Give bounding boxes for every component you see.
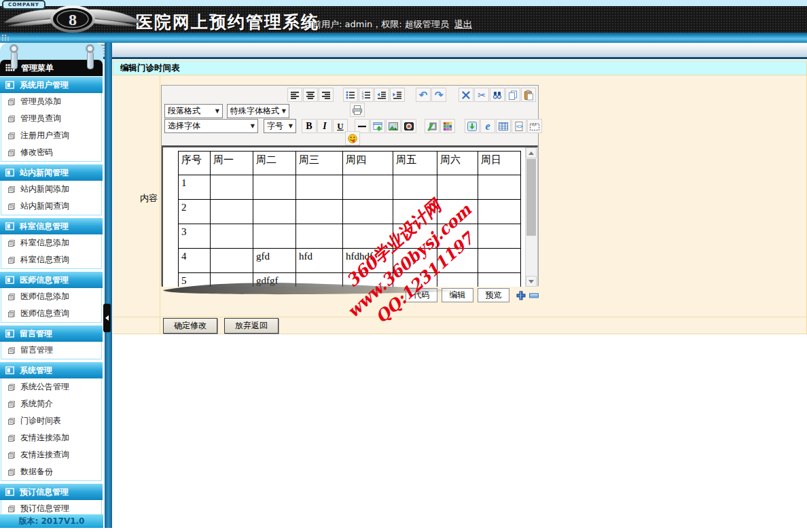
- copy-icon[interactable]: [505, 88, 520, 102]
- insert-image-icon[interactable]: [386, 119, 401, 133]
- sidebar-item[interactable]: 科室信息添加: [1, 234, 101, 251]
- table-cell[interactable]: [343, 200, 393, 224]
- delete-icon[interactable]: [459, 88, 473, 102]
- table-cell[interactable]: [437, 249, 478, 273]
- sidebar-item[interactable]: 修改密码: [1, 144, 101, 161]
- table-cell[interactable]: [393, 224, 437, 249]
- sidebar-section-header[interactable]: 预订信息管理: [0, 484, 103, 500]
- sidebar-section-header[interactable]: 医师信息管理: [0, 272, 103, 288]
- table-cell[interactable]: [253, 224, 296, 249]
- table-cell[interactable]: [211, 224, 253, 249]
- insert-media-icon[interactable]: [401, 119, 416, 133]
- table-cell[interactable]: [296, 224, 343, 249]
- print-icon[interactable]: [350, 103, 365, 117]
- scrollbar-thumb[interactable]: [526, 159, 536, 236]
- table-cell[interactable]: 2: [179, 200, 211, 224]
- editor-scrollbar[interactable]: [525, 147, 537, 287]
- table-cell[interactable]: [211, 175, 253, 200]
- sidebar-item[interactable]: 科室信息查询: [1, 251, 101, 268]
- scroll-down-icon[interactable]: [526, 276, 537, 287]
- download-plugin-icon[interactable]: [465, 119, 480, 133]
- table-cell[interactable]: [478, 224, 521, 249]
- tab-preview[interactable]: 预览: [478, 288, 509, 302]
- sidebar-collapse-handle[interactable]: [103, 304, 111, 332]
- special-style-select[interactable]: 特殊字体格式▼: [227, 104, 289, 118]
- emoticon-icon[interactable]: [345, 131, 360, 145]
- table-cell[interactable]: 5: [179, 273, 211, 287]
- sidebar-section-header[interactable]: 科室信息管理: [0, 218, 103, 234]
- table-cell[interactable]: 4: [179, 249, 211, 273]
- undo-icon[interactable]: ↶: [416, 88, 431, 102]
- sidebar-item[interactable]: 管理员查询: [1, 110, 101, 127]
- ordered-list-icon[interactable]: 123: [359, 88, 374, 102]
- editor-content-area[interactable]: 序号周一周二周三周四周五周六周日1234gfdhfdhfdhdf5gdfgf: [162, 145, 538, 287]
- table-cell[interactable]: [296, 175, 343, 200]
- table-cell[interactable]: hfd: [296, 249, 343, 273]
- bold-icon[interactable]: B: [302, 119, 317, 133]
- plus-icon[interactable]: [516, 291, 526, 300]
- tab-source[interactable]: 代码: [406, 288, 437, 302]
- cancel-return-button[interactable]: 放弃返回: [224, 318, 279, 334]
- table-cell[interactable]: [393, 249, 437, 273]
- table-cell[interactable]: [437, 224, 478, 249]
- sidebar-section-header[interactable]: 留言管理: [0, 325, 103, 342]
- indent-icon[interactable]: [390, 88, 405, 102]
- table-cell[interactable]: [211, 200, 253, 224]
- sidebar-item[interactable]: 站内新闻添加: [1, 181, 101, 198]
- table-cell[interactable]: 1: [179, 175, 211, 200]
- table-cell[interactable]: [393, 200, 437, 224]
- sidebar-item[interactable]: 医师信息添加: [1, 288, 101, 305]
- table-cell[interactable]: [296, 273, 343, 287]
- sidebar-item[interactable]: 站内新闻查询: [1, 198, 101, 215]
- sidebar-splitter[interactable]: [105, 43, 112, 528]
- sidebar-item[interactable]: 友情连接查询: [1, 446, 101, 463]
- table-cell[interactable]: [296, 200, 343, 224]
- sidebar-item[interactable]: 数据备份: [1, 463, 101, 480]
- table-cell[interactable]: [253, 200, 296, 224]
- insert-table-icon[interactable]: [496, 119, 511, 133]
- sidebar-item[interactable]: 留言管理: [1, 342, 101, 359]
- paste-icon[interactable]: [521, 88, 536, 102]
- table-cell[interactable]: [478, 175, 521, 200]
- table-cell[interactable]: gdfgf: [253, 273, 296, 287]
- table-cell[interactable]: [211, 249, 253, 273]
- cut-icon[interactable]: ✂: [474, 88, 489, 102]
- table-cell[interactable]: gfd: [253, 249, 296, 273]
- table-cell[interactable]: [253, 175, 296, 200]
- view-source-icon[interactable]: <>: [512, 119, 526, 133]
- table-cell[interactable]: [478, 249, 521, 273]
- minus-icon[interactable]: [529, 292, 539, 299]
- placeholder-xyz-icon[interactable]: xyz: [527, 119, 542, 133]
- scroll-up-icon[interactable]: [526, 147, 537, 158]
- outdent-icon[interactable]: [374, 88, 389, 102]
- insert-window-icon[interactable]: [370, 119, 385, 133]
- table-cell[interactable]: [478, 273, 521, 287]
- find-icon[interactable]: [490, 88, 505, 102]
- table-cell[interactable]: [478, 200, 521, 224]
- table-cell[interactable]: [211, 273, 253, 287]
- font-family-select[interactable]: 选择字体▼: [164, 119, 258, 133]
- color-palette-icon[interactable]: [440, 119, 455, 133]
- sidebar-section-header[interactable]: 系统用户管理: [0, 77, 103, 93]
- table-cell[interactable]: 3: [179, 224, 211, 249]
- sidebar-item[interactable]: 门诊时间表: [1, 412, 101, 429]
- unordered-list-icon[interactable]: [343, 88, 358, 102]
- sidebar-section-header[interactable]: 系统管理: [0, 362, 103, 378]
- browser-ie-icon[interactable]: e: [480, 119, 495, 133]
- flash-icon[interactable]: [425, 119, 440, 133]
- align-center-icon[interactable]: [303, 88, 318, 102]
- sidebar-item[interactable]: 医师信息查询: [1, 305, 101, 322]
- schedule-table[interactable]: 序号周一周二周三周四周五周六周日1234gfdhfdhfdhdf5gdfgf: [178, 151, 521, 287]
- confirm-modify-button[interactable]: 确定修改: [163, 318, 217, 334]
- redo-icon[interactable]: ↷: [431, 88, 446, 102]
- table-cell[interactable]: [343, 273, 393, 287]
- table-cell[interactable]: [437, 175, 478, 200]
- table-cell[interactable]: [437, 273, 478, 287]
- table-cell[interactable]: [343, 224, 393, 249]
- align-left-icon[interactable]: [287, 88, 302, 102]
- table-cell[interactable]: [393, 273, 437, 287]
- font-size-select[interactable]: 字号▼: [264, 119, 296, 133]
- sidebar-item[interactable]: 管理员添加: [1, 93, 101, 110]
- sidebar-item[interactable]: 系统公告管理: [1, 378, 101, 395]
- sidebar-item[interactable]: 注册用户查询: [1, 127, 101, 144]
